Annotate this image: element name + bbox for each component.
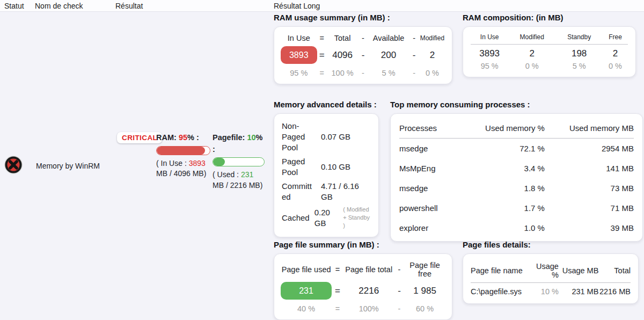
pagefile-details-title: Page files details: bbox=[463, 240, 639, 249]
ram-label: RAM: bbox=[156, 133, 177, 142]
page-file-total: 2216 MB bbox=[598, 287, 631, 296]
pagefile-detail-value: 231 bbox=[241, 170, 253, 179]
standby-percent: 5 % bbox=[573, 62, 586, 70]
pagefile-detail-suffix: MB / 2216 MB) bbox=[213, 181, 262, 190]
pagefile-details-card: Page file name Usage % Usage MB Total C:… bbox=[463, 253, 639, 304]
hdr-usage-mb: Usage MB bbox=[559, 266, 599, 275]
ram-gauge-block: RAM: 95% : ( In Use : 3893 MB / 4096 MB) bbox=[156, 133, 210, 179]
cached-note: ( Modified + Standby ) bbox=[343, 206, 371, 230]
modified-value: 2 bbox=[430, 50, 435, 61]
non-paged-pool-label: Non-Paged Pool bbox=[282, 121, 316, 153]
process-row: msedge 72.1 % 2954 MB bbox=[399, 139, 634, 158]
page-file-name: C:\pagefile.sys bbox=[471, 287, 528, 296]
pagefile-colon: : bbox=[213, 144, 265, 155]
pagefile-detail-prefix: ( Used : bbox=[213, 170, 241, 179]
pagefile-summary-title: Page file summary (in MB) : bbox=[274, 240, 452, 249]
check-name[interactable]: Memory by WinRM bbox=[36, 162, 100, 170]
hdr-modified: Modified bbox=[420, 34, 444, 42]
hdr-total: Total bbox=[598, 266, 631, 275]
process-used-mb: 141 MB bbox=[545, 164, 634, 173]
ram-composition-card: In Use Modified Standby Free 3893 2 198 … bbox=[463, 26, 636, 77]
in-use-value: 3893 bbox=[479, 48, 500, 59]
equals-sign: = bbox=[320, 69, 324, 77]
process-used-mb: 73 MB bbox=[545, 184, 634, 193]
standby-value: 198 bbox=[572, 48, 587, 59]
minus-sign: - bbox=[398, 286, 401, 296]
hdr-in-use: In Use bbox=[480, 33, 499, 41]
non-paged-pool-value: 0.07 GB bbox=[321, 132, 350, 142]
committed-label: Committed bbox=[282, 181, 316, 202]
process-name: explorer bbox=[399, 223, 474, 232]
top-processes-section: Top memory consuming processes : Process… bbox=[390, 100, 643, 242]
col-header-resultat[interactable]: Résultat bbox=[115, 2, 143, 10]
minus-sign: - bbox=[398, 304, 401, 313]
pagefile-detail-text: ( Used : 231 MB / 2216 MB) bbox=[213, 170, 265, 191]
col-header-nom-de-check[interactable]: Nom de check bbox=[35, 2, 83, 10]
col-header-statut[interactable]: Statut bbox=[4, 2, 24, 10]
minus-sign: - bbox=[362, 69, 364, 77]
process-name: powershell bbox=[399, 203, 474, 213]
page-file-usage-pct: 10 % bbox=[528, 287, 559, 296]
hdr-page-file-free: Page file free bbox=[404, 261, 445, 278]
paged-pool-value: 0.10 GB bbox=[321, 162, 350, 172]
hdr-free: Free bbox=[609, 33, 622, 41]
pagefile-progress-fill bbox=[213, 158, 225, 166]
ram-composition-section: RAM composition: (in MB) In Use Modified… bbox=[463, 13, 636, 77]
cached-label: Cached bbox=[282, 213, 310, 223]
available-value: 200 bbox=[381, 50, 396, 61]
top-processes-title: Top memory consuming processes : bbox=[390, 100, 643, 109]
minus-sign: - bbox=[413, 34, 415, 42]
ram-usage-summary-section: RAM usage summary (in MB) : In Use = Tot… bbox=[274, 13, 452, 84]
in-use-percent: 95 % bbox=[481, 62, 499, 70]
ram-composition-header-row: In Use Modified Standby Free bbox=[471, 33, 628, 45]
process-row: msedge 1.8 % 73 MB bbox=[399, 178, 634, 198]
process-name: MsMpEng bbox=[399, 164, 474, 173]
process-used-pct: 3.4 % bbox=[474, 164, 545, 173]
page-file-usage-mb: 231 MB bbox=[559, 287, 599, 296]
ram-detail-value: 3893 bbox=[189, 159, 206, 168]
ram-summary-values-row: 3893 = 4096 - 200 - 2 bbox=[281, 46, 445, 64]
ram-composition-values-row: 3893 2 198 2 bbox=[471, 48, 628, 59]
processes-header-row: Processes Used memory % Used memory MB bbox=[399, 117, 634, 139]
pagefile-details-header-row: Page file name Usage % Usage MB Total bbox=[471, 257, 631, 283]
available-percent: 5 % bbox=[382, 69, 396, 77]
hdr-used-memory-mb: Used memory MB bbox=[545, 123, 634, 133]
ram-usage-summary-card: In Use = Total - Available - Modified 38… bbox=[274, 26, 452, 84]
memory-advanced-title: Memory advanced details : bbox=[274, 100, 379, 109]
ram-detail-text: ( In Use : 3893 MB / 4096 MB) bbox=[156, 158, 210, 179]
advanced-row: Committed 4.71 / 6.16 GB bbox=[282, 179, 371, 204]
hdr-usage-pct: Usage % bbox=[528, 262, 559, 279]
pagefile-percent-suffix: % bbox=[256, 133, 263, 142]
memory-advanced-card: Non-Paged Pool 0.07 GB Paged Pool 0.10 G… bbox=[274, 113, 379, 237]
ram-detail-prefix: ( In Use : bbox=[156, 159, 189, 168]
pagefile-summary-section: Page file summary (in MB) : Page file us… bbox=[274, 240, 452, 320]
minus-sign: - bbox=[362, 50, 365, 61]
cached-value: 0.20 GB bbox=[314, 207, 339, 229]
ram-summary-header-row: In Use = Total - Available - Modified bbox=[281, 34, 445, 42]
page-file-total-value: 2216 bbox=[358, 286, 379, 296]
pagefile-detail-row: C:\pagefile.sys 10 % 231 MB 2216 MB bbox=[471, 283, 631, 300]
hdr-processes: Processes bbox=[399, 123, 474, 133]
modified-value: 2 bbox=[530, 48, 535, 59]
process-row: MsMpEng 3.4 % 141 MB bbox=[399, 158, 634, 178]
ram-summary-percents-row: 95 % = 100 % - 5 % - 0 % bbox=[281, 69, 445, 77]
top-processes-card: Processes Used memory % Used memory MB m… bbox=[390, 113, 643, 242]
ram-percent-suffix: % : bbox=[187, 133, 199, 142]
free-value: 2 bbox=[613, 48, 618, 59]
memory-advanced-section: Memory advanced details : Non-Paged Pool… bbox=[274, 100, 379, 237]
pagefile-label: Pagefile: bbox=[213, 133, 245, 142]
pagefile-summary-header-row: Page file used = Page file total - Page … bbox=[281, 261, 445, 278]
col-header-resultat-long[interactable]: Résultat Long bbox=[274, 2, 320, 10]
minus-sign: - bbox=[362, 34, 364, 42]
page-file-used-percent: 40 % bbox=[297, 304, 315, 313]
pagefile-gauge-title: Pagefile: 10% bbox=[213, 133, 265, 143]
modified-percent: 0 % bbox=[525, 62, 539, 70]
free-percent: 0 % bbox=[609, 62, 622, 70]
paged-pool-label: Paged Pool bbox=[282, 156, 316, 178]
page-file-total-percent: 100% bbox=[359, 304, 379, 313]
committed-value: 4.71 / 6.16 GB bbox=[321, 181, 360, 202]
critical-status-icon bbox=[4, 155, 23, 174]
page-file-free-percent: 60 % bbox=[416, 304, 434, 313]
total-value: 4096 bbox=[332, 50, 353, 61]
hdr-available: Available bbox=[373, 34, 405, 42]
